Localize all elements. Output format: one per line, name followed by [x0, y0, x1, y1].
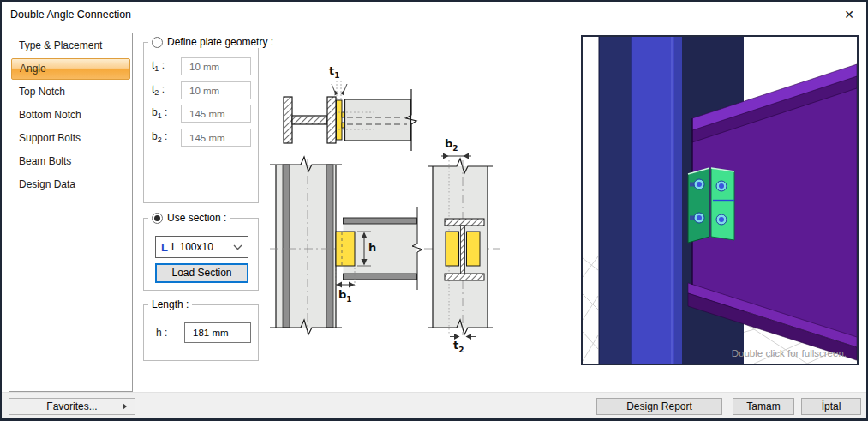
- double-angle-connection-dialog: Double Angle Connection ✕ Type & Placeme…: [0, 0, 868, 421]
- t2-field-label: t2 :: [152, 83, 181, 97]
- dim-label-t2: t2: [453, 340, 464, 354]
- use-section-label: Use section :: [167, 212, 226, 224]
- preview-3d-viewport[interactable]: Double click for fullscreen.: [581, 35, 859, 365]
- sidebar-item-angle[interactable]: Angle: [11, 58, 130, 80]
- dim-label-b1: b1: [338, 289, 352, 304]
- footer-bar: Favorites... Design Report Tamam İptal: [2, 392, 866, 418]
- sidebar-item-bottom-notch[interactable]: Bottom Notch: [11, 104, 130, 127]
- h-input[interactable]: [184, 322, 251, 343]
- t1-input[interactable]: [181, 57, 251, 75]
- t1-field-label: t1 :: [152, 59, 181, 73]
- connection-diagram-svg: [263, 51, 567, 364]
- b2-input[interactable]: [181, 129, 251, 147]
- dim-label-b2: b2: [445, 138, 458, 153]
- drawing-side-view: [284, 81, 416, 151]
- fullscreen-hint: Double click for fullscreen.: [732, 348, 847, 358]
- use-section-radio[interactable]: [152, 213, 163, 224]
- dialog-title: Double Angle Connection: [10, 9, 131, 21]
- drawing-plan-view: [428, 153, 493, 340]
- cancel-button[interactable]: İptal: [801, 398, 861, 415]
- sidebar-item-type-placement[interactable]: Type & Placement: [11, 34, 130, 57]
- preview-3d-render: [583, 37, 857, 364]
- ok-button[interactable]: Tamam: [733, 398, 794, 415]
- titlebar: Double Angle Connection ✕: [2, 2, 866, 27]
- length-group-label: Length :: [152, 298, 189, 310]
- b1-field-label: b1 :: [152, 106, 181, 120]
- load-section-button[interactable]: Load Section: [155, 263, 248, 283]
- b1-input[interactable]: [181, 105, 251, 123]
- sidebar-item-top-notch[interactable]: Top Notch: [11, 81, 130, 104]
- sidebar: Type & Placement Angle Top Notch Bottom …: [9, 33, 133, 392]
- angle-3d: [688, 168, 734, 243]
- favorites-button[interactable]: Favorites...: [9, 398, 135, 415]
- expand-arrow-icon: [123, 403, 127, 410]
- section-dropdown-value: L 100x10: [171, 241, 213, 253]
- define-plate-geometry-label: Define plate geometry :: [167, 36, 273, 48]
- plate-geometry-group: Define plate geometry : t1 : t2 : b1 : b…: [143, 42, 259, 203]
- h-field-label: h :: [156, 327, 184, 339]
- angle-plate-plan-left: [446, 232, 459, 266]
- chevron-down-icon: [233, 244, 242, 250]
- close-icon[interactable]: ✕: [837, 5, 861, 24]
- sidebar-item-support-bolts[interactable]: Support Bolts: [11, 127, 130, 150]
- angle-plate-plan-right: [467, 232, 481, 266]
- sidebar-item-design-data[interactable]: Design Data: [11, 173, 130, 196]
- t2-input[interactable]: [181, 81, 251, 99]
- dim-label-t1: t1: [329, 65, 339, 80]
- l-section-icon: L: [161, 241, 168, 254]
- dim-label-h: h: [368, 242, 376, 256]
- length-group: Length : h :: [143, 304, 259, 361]
- angle-plate-elevation: [336, 232, 355, 266]
- connection-drawings: t1 b2 h b1 t2: [263, 51, 567, 364]
- use-section-group: Use section : L L 100x10 Load Section: [143, 218, 259, 291]
- b2-field-label: b2 :: [152, 130, 181, 144]
- design-report-button[interactable]: Design Report: [596, 398, 722, 415]
- sidebar-item-beam-bolts[interactable]: Beam Bolts: [11, 150, 130, 173]
- section-dropdown[interactable]: L L 100x10: [155, 236, 248, 258]
- define-plate-geometry-radio[interactable]: [152, 37, 163, 48]
